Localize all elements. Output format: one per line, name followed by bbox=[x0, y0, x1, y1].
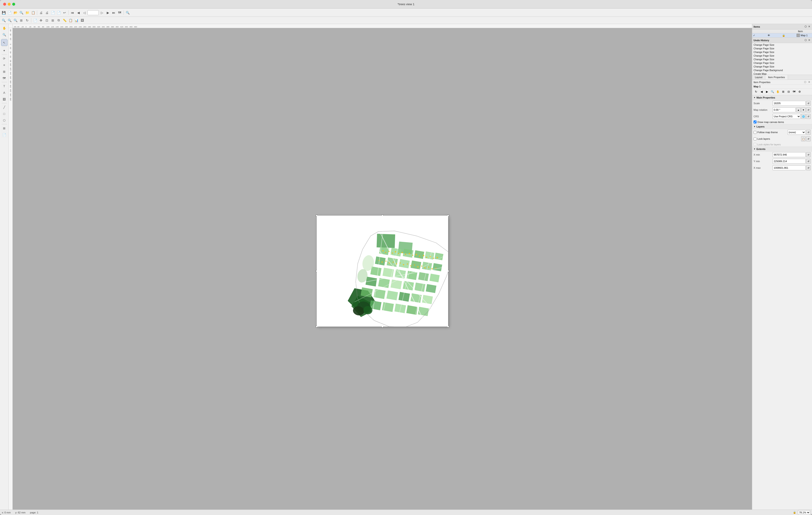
rotate-tool[interactable]: ⟳ bbox=[1, 55, 7, 62]
zoom-select[interactable]: 78.1% 50% 100% 150% bbox=[798, 510, 810, 515]
node-tool[interactable]: ✦ bbox=[1, 47, 7, 54]
text-tool[interactable]: T bbox=[1, 83, 7, 89]
page-number-input[interactable]: 1 bbox=[87, 10, 99, 15]
zoom-in[interactable]: 🔍 bbox=[7, 18, 12, 23]
page-tool[interactable]: 📄 bbox=[1, 131, 7, 138]
undo-item-8[interactable]: Create Map bbox=[752, 72, 812, 75]
image-tool[interactable]: 🖼 bbox=[1, 96, 7, 102]
follow-theme-checkbox[interactable] bbox=[754, 131, 756, 134]
lock-layers-checkbox[interactable] bbox=[754, 138, 756, 141]
ymin-input[interactable] bbox=[773, 159, 806, 164]
crs-btn[interactable]: ↺ bbox=[806, 114, 811, 119]
save-button[interactable]: 💾 bbox=[1, 10, 6, 16]
map-rotation-down[interactable]: ▼ bbox=[801, 108, 806, 112]
pdf-button[interactable]: 📄 bbox=[50, 10, 56, 16]
select-tool[interactable]: ↖ bbox=[1, 39, 7, 46]
ymin-btn[interactable]: ↺ bbox=[806, 159, 811, 164]
map-canvas[interactable] bbox=[13, 28, 752, 510]
open-button[interactable]: 📂 bbox=[13, 10, 18, 16]
atlas-tool2[interactable]: 🗺 bbox=[1, 75, 7, 81]
undo-button[interactable]: ↩ bbox=[62, 10, 67, 16]
zoom-tool[interactable]: 🔍 bbox=[125, 10, 130, 16]
zoom-out[interactable]: 🔍 bbox=[13, 18, 18, 23]
poly-tool[interactable]: ⬡ bbox=[1, 117, 7, 123]
line-tool[interactable]: ╱ bbox=[1, 104, 7, 110]
extents-section[interactable]: ▼ Extents bbox=[752, 147, 812, 152]
print-button[interactable]: 🖨 bbox=[38, 10, 44, 16]
xmin-btn[interactable]: ↺ bbox=[806, 152, 811, 157]
scale-input[interactable] bbox=[773, 101, 806, 106]
scale-btn[interactable]: ↺ bbox=[806, 101, 811, 106]
map-rotation-btn[interactable]: ↺ bbox=[806, 108, 811, 112]
nav-start[interactable]: ⏮ bbox=[70, 10, 75, 16]
map-paper[interactable] bbox=[317, 216, 448, 327]
main-properties-section[interactable]: ▼ Main Properties bbox=[752, 95, 812, 100]
nav-prev2[interactable]: ◁ bbox=[82, 10, 87, 16]
table-tool[interactable]: ⊞ bbox=[1, 125, 7, 131]
shape-tool[interactable]: □ bbox=[1, 111, 7, 117]
crs-pick[interactable]: 🌐 bbox=[801, 114, 806, 119]
zoom-full[interactable]: ⊞ bbox=[19, 18, 24, 23]
xmax-btn[interactable]: ↺ bbox=[806, 165, 811, 170]
ip-refresh[interactable]: ↻ bbox=[754, 89, 758, 94]
new-button[interactable]: 📄 bbox=[7, 10, 12, 16]
draw-canvas-checkbox[interactable] bbox=[754, 120, 756, 123]
items-row-map1[interactable]: ✓ 👁 🔒 Map 1 bbox=[752, 33, 812, 37]
add-table[interactable]: 📊 bbox=[74, 18, 79, 23]
crs-select[interactable]: Use Project CRS bbox=[773, 114, 801, 119]
map-rotation-up[interactable]: ▲ bbox=[796, 108, 801, 112]
undo-item-2[interactable]: Change Page Size bbox=[752, 50, 812, 54]
ip-atlas[interactable]: 🗺 bbox=[792, 89, 796, 94]
nav-prev[interactable]: ◀ bbox=[76, 10, 81, 16]
search-button[interactable]: 🔍 bbox=[19, 10, 24, 16]
atlas-button[interactable]: 🗺 bbox=[117, 10, 122, 16]
tab-item-properties[interactable]: Item Properties bbox=[765, 75, 788, 80]
nav-next2[interactable]: ▷ bbox=[99, 10, 105, 16]
add-legend[interactable]: 📋 bbox=[68, 18, 73, 23]
lock-styles-checkbox[interactable] bbox=[754, 143, 756, 146]
add-picture[interactable]: 🖼 bbox=[80, 18, 85, 23]
undo-item-6[interactable]: Change Page Size bbox=[752, 65, 812, 68]
undo-item-5[interactable]: Change Page Size bbox=[752, 61, 812, 65]
nav-end[interactable]: ⏭ bbox=[111, 10, 116, 16]
add-3d[interactable]: ⧉ bbox=[56, 18, 61, 23]
pdf2-button[interactable]: 📄 bbox=[56, 10, 61, 16]
ip-settings[interactable]: ⚙ bbox=[797, 89, 802, 94]
ip-zoom[interactable]: 🔍 bbox=[770, 89, 775, 94]
lock-layers-pick[interactable]: 📋 bbox=[801, 137, 806, 141]
add-map[interactable]: ⊞ bbox=[50, 18, 56, 23]
undo-item-4[interactable]: Change Page Size bbox=[752, 58, 812, 61]
grid-tool[interactable]: ⊞ bbox=[1, 68, 7, 75]
lock-layers-btn[interactable]: ↺ bbox=[806, 137, 811, 141]
items-close-button[interactable]: ✕ bbox=[808, 25, 811, 28]
layers-section[interactable]: ▼ Layers bbox=[752, 124, 812, 129]
theme-select[interactable]: (none) bbox=[787, 130, 806, 135]
ip-pan[interactable]: ✋ bbox=[775, 89, 780, 94]
undo-item-1[interactable]: Change Page Size bbox=[752, 47, 812, 50]
xmin-input[interactable] bbox=[773, 152, 806, 157]
maximize-button[interactable] bbox=[12, 3, 15, 6]
refresh[interactable]: ↻ bbox=[25, 18, 30, 23]
zoom-tool-left[interactable]: 🔍 bbox=[1, 31, 7, 38]
ip-layers[interactable]: ⊞ bbox=[781, 89, 786, 94]
print2-button[interactable]: 🖨 bbox=[44, 10, 50, 16]
select-item[interactable]: 📄 bbox=[32, 18, 38, 23]
tab-layout[interactable]: Layout bbox=[752, 75, 765, 80]
pan-tool[interactable]: ✋ bbox=[1, 25, 7, 31]
undo-item-3[interactable]: Change Page Size bbox=[752, 54, 812, 58]
close-button[interactable] bbox=[3, 3, 6, 6]
nav-next[interactable]: ▶ bbox=[105, 10, 111, 16]
folder-button[interactable]: 📁 bbox=[25, 10, 30, 16]
ip-float-button[interactable]: ⬡ bbox=[804, 81, 807, 84]
undo-float-button[interactable]: ⬡ bbox=[804, 39, 807, 42]
ip-grid[interactable]: ⊟ bbox=[786, 89, 791, 94]
add-scalebar[interactable]: 📏 bbox=[62, 18, 67, 23]
ip-prev[interactable]: ◀ bbox=[759, 89, 764, 94]
theme-btn[interactable]: ↺ bbox=[806, 130, 811, 135]
map-rotation-input[interactable] bbox=[773, 108, 796, 112]
undo-item-7[interactable]: Change Page Background bbox=[752, 68, 812, 72]
copy-button[interactable]: 📋 bbox=[30, 10, 36, 16]
undo-item-0[interactable]: Change Page Size bbox=[752, 43, 812, 47]
items-float-button[interactable]: ⬡ bbox=[804, 25, 807, 28]
undo-close-button[interactable]: ✕ bbox=[808, 39, 811, 42]
